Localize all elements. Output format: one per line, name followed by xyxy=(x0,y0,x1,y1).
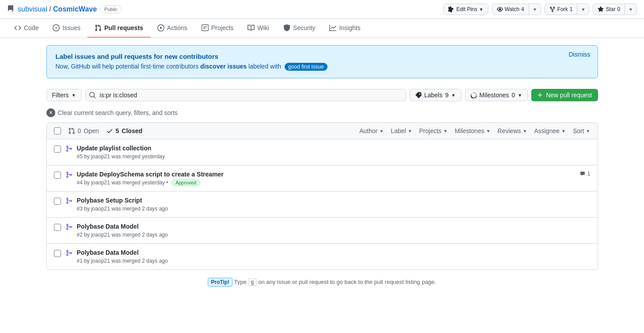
comment-count-text-4: 1 xyxy=(587,171,591,177)
open-count: 0 xyxy=(78,127,81,134)
good-first-issue-badge: good first issue xyxy=(285,63,328,71)
author-dropdown[interactable]: Author ▼ xyxy=(359,127,384,134)
merged-pr-icon-4 xyxy=(65,171,72,178)
pr-meta-4: #4 by joaop21 was merged yesterday • App… xyxy=(77,180,575,186)
tab-pull-requests-label: Pull requests xyxy=(104,24,143,31)
pr-title-link-2[interactable]: Polybase Data Model xyxy=(77,223,139,230)
pr-author-link-3[interactable]: joaop21 xyxy=(91,206,110,212)
pr-list-header: 0 Open 5 Closed Author ▼ Label ▼ xyxy=(47,123,598,139)
label-dropdown[interactable]: Label ▼ xyxy=(391,127,412,134)
filter-bar: Filters ▼ Labels 9 ▼ Milestones 0 ▼ xyxy=(46,89,598,101)
labels-button[interactable]: Labels 9 ▼ xyxy=(410,89,461,101)
repo-owner-link[interactable]: subvisual xyxy=(18,5,47,13)
closed-label: Closed xyxy=(122,127,142,134)
pr-author-link-2[interactable]: joaop21 xyxy=(91,232,110,238)
search-input[interactable] xyxy=(85,89,406,101)
projects-caret: ▼ xyxy=(443,129,448,134)
wiki-icon xyxy=(248,24,255,31)
pr-time-3: 2 days ago xyxy=(142,206,168,212)
pr-title-2: Polybase Data Model xyxy=(77,223,591,230)
star-main-button[interactable]: Star 0 xyxy=(593,4,625,15)
labels-icon xyxy=(415,92,422,98)
pr-content-3: Polybase Setup Script #3 by joaop21 was … xyxy=(77,197,591,212)
pr-author-link-4[interactable]: joaop21 xyxy=(91,180,110,186)
fork-main-button[interactable]: Fork 1 xyxy=(545,4,578,15)
fork-count: 1 xyxy=(570,6,573,12)
projects-dropdown[interactable]: Projects ▼ xyxy=(419,127,447,134)
pr-merged-label-2: was merged xyxy=(111,232,140,238)
new-pull-request-button[interactable]: New pull request xyxy=(531,89,598,101)
tab-wiki[interactable]: Wiki xyxy=(240,19,276,38)
tab-projects-label: Projects xyxy=(211,24,234,31)
star-caret-button[interactable]: ▼ xyxy=(625,5,636,14)
clear-search-label: Clear current search query, filters, and… xyxy=(58,109,178,116)
table-row: Polybase Data Model #1 by joaop21 was me… xyxy=(47,244,598,269)
pr-checkbox-2[interactable] xyxy=(54,224,61,231)
watch-count: 4 xyxy=(521,6,524,12)
pr-checkbox-1[interactable] xyxy=(54,250,61,257)
pr-checkbox-5[interactable] xyxy=(54,145,61,153)
pr-title-link-5[interactable]: Update playlist collection xyxy=(77,145,152,152)
tab-pull-requests[interactable]: Pull requests xyxy=(88,19,150,38)
label-label: Label xyxy=(391,127,406,134)
milestones-label: Milestones xyxy=(480,92,509,99)
banner-text-before: Now, GitHub will help potential first-ti… xyxy=(56,63,199,70)
closed-tab[interactable]: 5 Closed xyxy=(106,127,142,134)
tab-issues[interactable]: Issues xyxy=(46,19,87,38)
discover-issues-link[interactable]: discover issues xyxy=(200,63,247,70)
top-bar: subvisual / CosmicWave Public Edit Pins … xyxy=(0,0,644,19)
table-row: Update DeploySchema script to create a S… xyxy=(47,165,598,191)
banner-dismiss-button[interactable]: Dismiss xyxy=(569,51,591,58)
pr-author-link-1[interactable]: joaop21 xyxy=(91,258,110,264)
pr-content-1: Polybase Data Model #1 by joaop21 was me… xyxy=(77,249,591,264)
edit-pins-button[interactable]: Edit Pins ▼ xyxy=(443,4,488,15)
star-label: Star xyxy=(606,6,615,12)
open-tab[interactable]: 0 Open xyxy=(68,127,99,134)
assignee-dropdown[interactable]: Assignee ▼ xyxy=(534,127,566,134)
pr-title-link-4[interactable]: Update DeploySchema script to create a S… xyxy=(77,171,224,178)
filter-search-wrapper: Filters ▼ xyxy=(46,89,406,101)
open-label: Open xyxy=(84,127,99,134)
sort-label: Sort xyxy=(573,127,584,134)
tab-code[interactable]: Code xyxy=(7,19,46,38)
table-row: Polybase Data Model #2 by joaop21 was me… xyxy=(47,218,598,244)
milestones-caret: ▼ xyxy=(518,93,522,98)
security-icon xyxy=(283,24,290,31)
milestones-dropdown[interactable]: Milestones ▼ xyxy=(455,127,491,134)
watch-caret-button[interactable]: ▼ xyxy=(529,5,541,14)
pr-time-2: 2 days ago xyxy=(142,232,168,238)
repo-name-link[interactable]: CosmicWave xyxy=(53,5,97,13)
fork-caret-button[interactable]: ▼ xyxy=(577,5,589,14)
contributor-banner: Label issues and pull requests for new c… xyxy=(46,45,598,78)
pr-list-header-left: 0 Open 5 Closed xyxy=(54,127,143,134)
pr-number-5: #5 xyxy=(77,153,83,160)
author-caret: ▼ xyxy=(379,129,384,134)
visibility-badge: Public xyxy=(100,5,122,13)
comment-icon-4 xyxy=(579,171,586,177)
pr-checkbox-3[interactable] xyxy=(54,198,61,205)
watch-main-button[interactable]: Watch 4 xyxy=(492,4,529,15)
tab-security[interactable]: Security xyxy=(276,19,323,38)
merge-icon-5 xyxy=(65,145,72,154)
pr-title-link-3[interactable]: Polybase Setup Script xyxy=(77,197,142,204)
pr-author-link-5[interactable]: joaop21 xyxy=(91,153,110,160)
new-pr-icon xyxy=(537,92,543,98)
pr-content-4: Update DeploySchema script to create a S… xyxy=(77,171,575,186)
tab-actions[interactable]: Actions xyxy=(150,19,194,38)
pr-title-link-1[interactable]: Polybase Data Model xyxy=(77,249,139,256)
clear-search-button[interactable]: ✕ xyxy=(46,108,55,117)
milestones-button[interactable]: Milestones 0 ▼ xyxy=(465,89,528,101)
tab-insights[interactable]: Insights xyxy=(322,19,367,38)
sort-dropdown[interactable]: Sort ▼ xyxy=(573,127,591,134)
comment-count-4[interactable]: 1 xyxy=(579,171,591,177)
pr-checkbox-4[interactable] xyxy=(54,172,61,179)
tab-issues-label: Issues xyxy=(62,24,80,31)
merged-pr-icon-3 xyxy=(65,197,72,204)
tab-projects[interactable]: Projects xyxy=(194,19,241,38)
filters-button[interactable]: Filters ▼ xyxy=(46,89,82,101)
path-separator: / xyxy=(49,5,51,13)
pr-merged-label-4: was merged xyxy=(111,180,140,186)
reviews-dropdown[interactable]: Reviews ▼ xyxy=(498,127,527,134)
pr-list: 0 Open 5 Closed Author ▼ Label ▼ xyxy=(46,122,598,270)
select-all-checkbox[interactable] xyxy=(54,127,61,134)
